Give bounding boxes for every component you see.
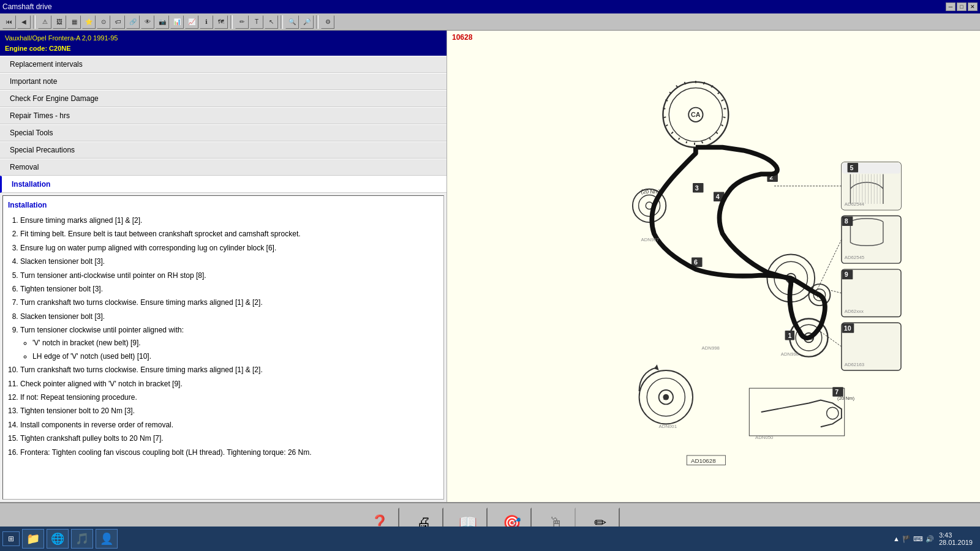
- toolbar-cursor[interactable]: ↖: [265, 15, 278, 29]
- svg-rect-0: [511, 58, 916, 474]
- nav-check-engine[interactable]: Check For Engine Damage: [0, 90, 447, 107]
- diagram-area: CA 2 WP 6 T CS: [447, 31, 980, 502]
- toolbar-sep1: [33, 15, 36, 29]
- nav-installation[interactable]: Installation: [0, 176, 447, 193]
- toolbar-photo[interactable]: 📷: [156, 15, 169, 29]
- tray-network: ▲: [893, 535, 900, 542]
- toolbar-star[interactable]: ⭐: [82, 15, 96, 29]
- svg-text:ADN997: ADN997: [641, 237, 658, 242]
- tray-flag: 🏴: [902, 535, 911, 543]
- toolbar-chart2[interactable]: 📈: [185, 15, 198, 29]
- step-8: Slacken tensioner bolt [3].: [20, 310, 436, 323]
- svg-text:ADN001: ADN001: [659, 424, 677, 429]
- installation-steps: Ensure timing marks aligned [1] & [2]. F…: [20, 214, 436, 459]
- step-14: Install components in reverse order of r…: [20, 419, 436, 431]
- toolbar-settings[interactable]: ⚙: [321, 15, 334, 29]
- toolbar-text[interactable]: T: [250, 15, 263, 29]
- close-button[interactable]: ✕: [968, 2, 978, 11]
- svg-text:4: 4: [716, 193, 720, 200]
- toolbar-prev[interactable]: ◀: [17, 15, 31, 29]
- step-9: Turn tensioner clockwise until pointer a…: [20, 324, 436, 362]
- step-9b: LH edge of 'V' notch (used belt) [10].: [32, 350, 436, 362]
- taskbar-right: ▲ 🏴 ⌨ 🔊 3:43 28.01.2019: [893, 531, 978, 546]
- step-12: If not: Repeat tensioning procedure.: [20, 391, 436, 403]
- step-2: Fit timing belt. Ensure belt is taut bet…: [20, 228, 436, 240]
- svg-text:CA: CA: [691, 111, 701, 118]
- svg-text:8: 8: [845, 217, 848, 225]
- nav-replacement-intervals[interactable]: Replacement intervals: [0, 56, 447, 73]
- toolbar-info[interactable]: ℹ: [200, 15, 213, 29]
- toolbar-graph[interactable]: 📊: [170, 15, 184, 29]
- toolbar-map[interactable]: 🗺: [214, 15, 228, 29]
- toolbar-zoom-in[interactable]: 🔍: [285, 15, 299, 29]
- svg-text:ADN050: ADN050: [755, 435, 774, 440]
- content-area: Installation Ensure timing marks aligned…: [2, 195, 444, 500]
- start-button[interactable]: ⊞: [2, 531, 20, 546]
- svg-text:AD62544: AD62544: [845, 201, 865, 207]
- svg-text:(20 Nm): (20 Nm): [837, 395, 854, 401]
- toolbar-sep4: [316, 15, 318, 29]
- svg-text:6: 6: [694, 258, 698, 266]
- step-15: Tighten crankshaft pulley bolts to 20 Nm…: [20, 432, 436, 444]
- step-7: Turn crankshaft two turns clockwise. Ens…: [20, 296, 436, 309]
- tray-volume: 🔊: [925, 535, 934, 543]
- toolbar-sep3: [281, 15, 283, 29]
- nav-repair-times[interactable]: Repair Times - hrs: [0, 107, 447, 124]
- nav-special-precautions[interactable]: Special Precautions: [0, 141, 447, 159]
- taskbar-media[interactable]: 🎵: [71, 529, 93, 549]
- taskbar-files[interactable]: 📁: [22, 529, 44, 549]
- tray-keyboard: ⌨: [913, 535, 923, 543]
- toolbar-zoom-out[interactable]: 🔎: [300, 15, 314, 29]
- svg-text:10: 10: [844, 324, 851, 332]
- step-16: Frontera: Tighten cooling fan viscous co…: [20, 446, 436, 459]
- title-bar: Camshaft drive ─ □ ✕: [0, 0, 980, 13]
- svg-text:1: 1: [788, 332, 791, 339]
- nav-special-tools[interactable]: Special Tools: [0, 124, 447, 141]
- left-panel: Vauxhall/Opel Frontera-A 2,0 1991-95 Eng…: [0, 31, 447, 502]
- toolbar-first[interactable]: ⏮: [2, 15, 16, 29]
- svg-text:9: 9: [845, 271, 848, 278]
- nav-important-note[interactable]: Important note: [0, 73, 447, 90]
- tray-icons: ▲ 🏴 ⌨ 🔊: [893, 535, 934, 543]
- toolbar-sep2: [230, 15, 233, 29]
- toolbar-pencil[interactable]: ✏: [235, 15, 249, 29]
- taskbar-user[interactable]: 👤: [96, 529, 118, 549]
- maximize-button[interactable]: □: [957, 2, 967, 11]
- main-area: Vauxhall/Opel Frontera-A 2,0 1991-95 Eng…: [0, 31, 980, 502]
- installation-title: Installation: [8, 201, 436, 209]
- step-1: Ensure timing marks aligned [1] & [2].: [20, 214, 436, 227]
- step-13: Tighten tensioner bolt to 20 Nm [3].: [20, 405, 436, 417]
- svg-text:AD62163: AD62163: [845, 362, 864, 367]
- svg-text:3: 3: [695, 184, 699, 192]
- taskbar-browser[interactable]: 🌐: [47, 529, 69, 549]
- svg-text:5: 5: [850, 164, 853, 171]
- step-3: Ensure lug on water pump aligned with co…: [20, 242, 436, 254]
- svg-text:ADN998: ADN998: [702, 345, 720, 351]
- camshaft-diagram: CA 2 WP 6 T CS: [505, 58, 922, 474]
- nav-removal[interactable]: Removal: [0, 159, 447, 176]
- step-5: Turn tensioner anti-clockwise until poin…: [20, 269, 436, 282]
- svg-text:1: 1: [663, 394, 666, 401]
- svg-text:AD62xxx: AD62xxx: [845, 309, 864, 314]
- engine-code: Engine code: C20NE: [5, 43, 442, 54]
- diagram-id: 10628: [452, 33, 472, 42]
- minimize-button[interactable]: ─: [946, 2, 956, 11]
- content-scroll[interactable]: Installation Ensure timing marks aligned…: [8, 201, 439, 494]
- window-controls: ─ □ ✕: [946, 2, 978, 11]
- toolbar-link[interactable]: 🔗: [126, 15, 140, 29]
- toolbar-tag[interactable]: 🏷: [111, 15, 125, 29]
- svg-text:AD10628: AD10628: [691, 457, 715, 464]
- step-9a: 'V' notch in bracket (new belt) [9].: [32, 337, 436, 349]
- nav-list: Replacement intervals Important note Che…: [0, 56, 447, 193]
- step-6: Tighten tensioner bolt [3].: [20, 283, 436, 295]
- toolbar-circle[interactable]: ⊙: [97, 15, 110, 29]
- taskbar: ⊞ 📁 🌐 🎵 👤 ▲ 🏴 ⌨ 🔊 3:43 28.01.2019: [0, 527, 980, 551]
- toolbar-eye[interactable]: 👁: [141, 15, 154, 29]
- toolbar-warning[interactable]: ⚠: [38, 15, 51, 29]
- toolbar-grid[interactable]: ▦: [67, 15, 81, 29]
- step-10: Turn crankshaft two turns clockwise. Ens…: [20, 364, 436, 376]
- step-11: Check pointer aligned with 'V' notch in …: [20, 378, 436, 390]
- toolbar-image[interactable]: 🖼: [53, 15, 66, 29]
- step-9-subitems: 'V' notch in bracket (new belt) [9]. LH …: [32, 337, 436, 363]
- step-4: Slacken tensioner bolt [3].: [20, 255, 436, 268]
